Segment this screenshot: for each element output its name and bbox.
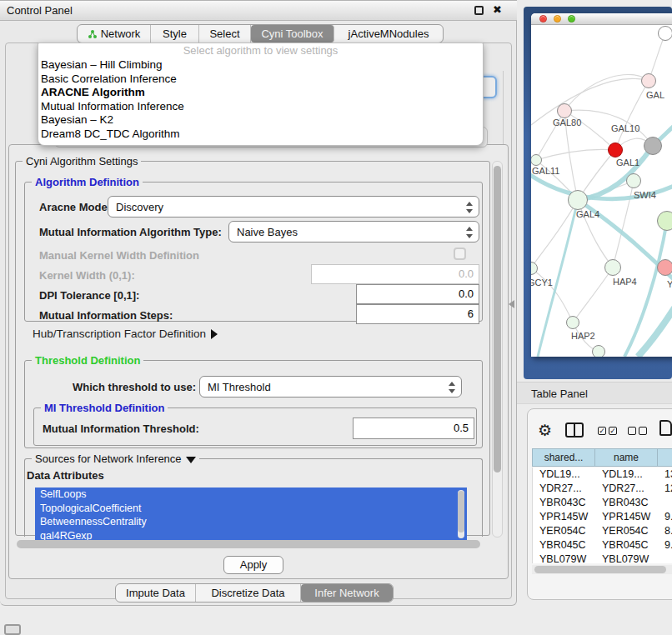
- network-node[interactable]: [657, 259, 672, 276]
- control-panel-titlebar[interactable]: Control Panel ✖: [0, 1, 517, 21]
- mi-threshold-field[interactable]: 0.5: [353, 418, 474, 439]
- dropdown-item[interactable]: Bayesian – Hill Climbing: [38, 58, 483, 72]
- list-item-selected[interactable]: BetweennessCentrality: [35, 515, 467, 529]
- hidden-groupbox-edge: [503, 71, 504, 144]
- checked-box-icon[interactable]: ✓: [609, 427, 617, 435]
- tab-label: jActiveMNodules: [349, 28, 429, 40]
- apply-button[interactable]: Apply: [223, 556, 283, 574]
- tab-label: Select: [209, 28, 239, 40]
- kernel-width-field[interactable]: 0.0: [311, 264, 479, 284]
- network-node[interactable]: [592, 345, 605, 357]
- tab-network[interactable]: Network: [78, 25, 151, 42]
- dropdown-placeholder: Select algorithm to view settings: [38, 43, 483, 58]
- panel-title: Control Panel: [7, 4, 73, 17]
- tab-discretize-data[interactable]: Discretize Data: [196, 584, 301, 602]
- network-node-selected[interactable]: [608, 142, 623, 158]
- tab-label: Impute Data: [126, 587, 185, 599]
- network-node[interactable]: [658, 26, 672, 41]
- mi-steps-field[interactable]: 6: [356, 304, 479, 324]
- table-row[interactable]: YDR27...YDR27...12: [533, 482, 672, 496]
- combo-value: Naive Bayes: [237, 222, 298, 243]
- table-row[interactable]: YER054CYER054C8.: [533, 524, 672, 538]
- group-title: Cyni Algorithm Settings: [23, 155, 141, 168]
- table-row[interactable]: YBR043CYBR043C: [533, 496, 672, 510]
- network-node[interactable]: [657, 211, 672, 231]
- stepper-arrows-icon: [466, 202, 473, 213]
- which-threshold-combo[interactable]: MI Threshold: [199, 376, 462, 398]
- table-doc-icon[interactable]: [659, 420, 672, 436]
- column-header[interactable]: [658, 449, 672, 466]
- unchecked-box-icon[interactable]: [628, 427, 636, 435]
- minimize-traffic-light[interactable]: [554, 15, 561, 22]
- node-label: GAL: [646, 90, 664, 100]
- node-label: GCY1: [531, 278, 553, 288]
- sources-group: Sources for Network Inference Data Attri…: [24, 458, 483, 537]
- settings-vertical-scrollbar[interactable]: [492, 161, 503, 538]
- network-node[interactable]: [604, 259, 621, 276]
- table-row[interactable]: YPR145WYPR145W9.: [533, 510, 672, 524]
- algorithm-dropdown-popup: Select algorithm to view settings Bayesi…: [38, 42, 484, 146]
- list-item-selected[interactable]: TopologicalCoefficient: [35, 502, 467, 516]
- network-node[interactable]: [644, 137, 662, 155]
- network-window: GAL GAL80 GAL10 GAL11 GAL1 SWI4 GAL4 GCY…: [531, 13, 672, 357]
- splitter-collapse-icon[interactable]: [509, 300, 514, 308]
- dpi-tolerance-field[interactable]: 0.0: [356, 284, 479, 304]
- dropdown-item-selected[interactable]: ARACNE Algorithm: [38, 86, 483, 100]
- control-panel-tabbar: Network Style Select Cyni Toolbox jActiv…: [77, 24, 444, 43]
- group-title: MI Threshold Definition: [41, 402, 168, 414]
- tab-infer-network[interactable]: Infer Network: [301, 584, 393, 602]
- mi-algorithm-type-combo[interactable]: Naive Bayes: [228, 221, 479, 242]
- data-attributes-label: Data Attributes: [27, 469, 104, 482]
- unchecked-box-icon[interactable]: [639, 427, 647, 435]
- node-label: HAP4: [613, 277, 637, 287]
- combo-value: MI Threshold: [208, 377, 271, 398]
- table-row[interactable]: YBR045CYBR045C9.: [533, 538, 672, 552]
- table-header-row: shared... name: [532, 448, 672, 467]
- manual-kernel-checkbox[interactable]: [454, 248, 466, 260]
- network-window-titlebar[interactable]: [531, 13, 672, 25]
- columns-icon[interactable]: [565, 422, 584, 438]
- aracne-mode-combo[interactable]: Discovery: [108, 196, 479, 218]
- table-panel-window: ⚙ ✓ ✓ shared... name YDL19...YDL19...13 …: [527, 408, 672, 600]
- hub-definition-toggle[interactable]: Hub/Transcription Factor Definition: [33, 328, 218, 340]
- dropdown-item[interactable]: Basic Correlation Inference: [38, 72, 483, 87]
- minimized-panel-icon[interactable]: [4, 624, 21, 635]
- dropdown-item[interactable]: Mutual Information Inference: [38, 100, 483, 114]
- table-row[interactable]: YBL079WYBL079W: [533, 552, 672, 563]
- tab-impute-data[interactable]: Impute Data: [116, 584, 196, 602]
- network-node[interactable]: [566, 316, 579, 329]
- close-icon[interactable]: ✖: [493, 3, 502, 16]
- tab-label: Style: [163, 28, 187, 40]
- network-node[interactable]: [626, 173, 641, 188]
- table-horizontal-scrollbar[interactable]: [532, 565, 672, 574]
- node-label: SWI4: [634, 190, 656, 200]
- close-traffic-light[interactable]: [539, 15, 547, 22]
- list-scrollbar[interactable]: [458, 490, 464, 538]
- tab-style[interactable]: Style: [151, 25, 199, 42]
- dropdown-item[interactable]: Bayesian – K2: [38, 113, 483, 128]
- column-header[interactable]: name: [595, 449, 658, 466]
- tab-select[interactable]: Select: [199, 25, 251, 42]
- network-node[interactable]: [568, 190, 588, 210]
- node-label: GAL4: [576, 209, 599, 219]
- table-panel-header[interactable]: Table Panel: [517, 382, 672, 404]
- column-header[interactable]: shared...: [533, 449, 595, 466]
- float-panel-icon[interactable]: [474, 6, 484, 15]
- network-node[interactable]: [557, 103, 572, 118]
- tab-cyni-toolbox[interactable]: Cyni Toolbox: [251, 25, 334, 42]
- node-label: GAL10: [611, 123, 639, 133]
- checked-box-icon[interactable]: ✓: [598, 427, 606, 435]
- network-node[interactable]: [641, 73, 656, 88]
- tab-label: Network: [101, 28, 141, 40]
- sources-toggle[interactable]: Sources for Network Inference: [32, 452, 199, 465]
- dropdown-item[interactable]: Dream8 DC_TDC Algorithm: [38, 128, 483, 142]
- network-canvas[interactable]: GAL GAL80 GAL10 GAL11 GAL1 SWI4 GAL4 GCY…: [531, 25, 672, 357]
- cyni-bottom-tabbar: Impute Data Discretize Data Infer Networ…: [115, 583, 394, 602]
- zoom-traffic-light[interactable]: [568, 15, 575, 22]
- table-row[interactable]: YDL19...YDL19...13: [533, 468, 672, 482]
- node-label: Y: [667, 279, 672, 289]
- list-item-selected[interactable]: SelfLoops: [35, 488, 467, 502]
- gear-icon[interactable]: ⚙: [538, 421, 552, 440]
- tab-jactivemnodules[interactable]: jActiveMNodules: [334, 25, 443, 42]
- settings-horizontal-scrollbar[interactable]: [15, 539, 490, 549]
